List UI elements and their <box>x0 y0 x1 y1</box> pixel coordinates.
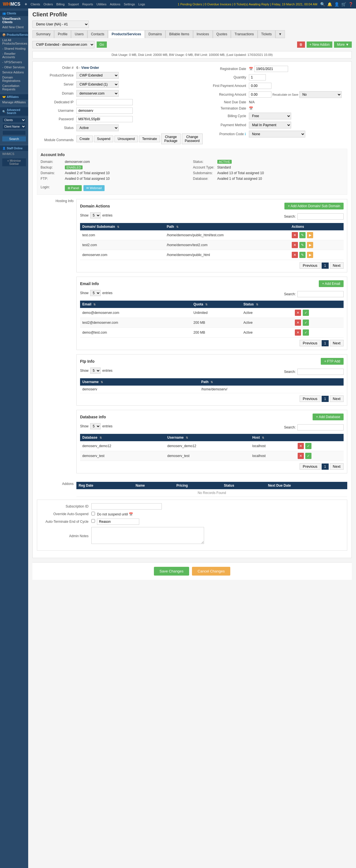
add-database-button[interactable]: + Add Database <box>313 413 344 420</box>
ftp-prev-button[interactable]: Previous <box>299 396 320 402</box>
domain-delete-btn-1[interactable]: ✕ <box>292 242 298 248</box>
sidebar-item-shared-hosting[interactable]: - Shared Hosting <box>0 46 28 51</box>
domain-edit-btn-0[interactable]: ✎ <box>299 232 306 238</box>
override-auto-suspend-checkbox[interactable] <box>91 512 95 516</box>
tab-users[interactable]: Users <box>71 30 87 38</box>
dedicated-ip-input[interactable] <box>76 99 133 105</box>
save-changes-button[interactable]: Save Changes <box>154 567 189 576</box>
email-delete-btn-1[interactable]: ✕ <box>295 319 301 326</box>
client-select[interactable]: Demo User (NA) - #1 <box>32 21 89 28</box>
add-domain-button[interactable]: + Add Addon Domain/ Sub Domain <box>284 203 344 210</box>
recalculate-select[interactable]: No <box>299 91 342 98</box>
email-delete-btn-0[interactable]: ✕ <box>295 310 301 316</box>
add-ftp-button[interactable]: + FTP Add <box>321 358 344 365</box>
sidebar-item-list-all-products[interactable]: List All Products/Services <box>0 37 28 46</box>
cancel-changes-button[interactable]: Cancel Changes <box>192 567 230 576</box>
payment-method-select[interactable]: Mail In Payment <box>249 122 291 128</box>
panel-button[interactable]: ⊞ Panel <box>65 185 82 191</box>
domain-view-btn-1[interactable]: ▶ <box>307 242 313 248</box>
unsuspend-button[interactable]: Unsuspend <box>114 135 138 142</box>
view-order-link[interactable]: View Order <box>81 66 99 70</box>
search-type-select[interactable]: Clients <box>2 117 26 123</box>
domain-prev-button[interactable]: Previous <box>299 262 320 269</box>
tab-quotes[interactable]: Quotes <box>213 30 231 38</box>
sidebar-item-add-new-client[interactable]: Add New Client <box>0 25 28 30</box>
first-payment-input[interactable] <box>249 83 272 89</box>
nav-reports[interactable]: Reports <box>82 3 93 6</box>
product-service-select[interactable]: CWP Extended <box>76 72 119 79</box>
admin-notes-textarea[interactable] <box>91 527 204 544</box>
email-delete-btn-2[interactable]: ✕ <box>295 330 301 336</box>
sidebar-item-other-services[interactable]: - Other Services <box>0 65 28 70</box>
db-edit-btn-0[interactable]: ✓ <box>305 443 312 449</box>
email-search-input[interactable] <box>297 291 344 297</box>
sidebar-item-service-addons[interactable]: Service Addons <box>0 70 28 75</box>
billing-cycle-select[interactable]: Free <box>249 113 291 119</box>
domain-next-button[interactable]: Next <box>330 262 344 269</box>
email-prev-button[interactable]: Previous <box>299 340 320 346</box>
email-edit-btn-0[interactable]: ✓ <box>303 310 309 316</box>
db-delete-btn-0[interactable]: ✕ <box>298 443 304 449</box>
quantity-input[interactable] <box>249 74 266 81</box>
search-button[interactable]: Search <box>2 136 26 142</box>
recurring-input[interactable] <box>249 91 272 98</box>
domain-search-input[interactable] <box>297 213 344 220</box>
nav-billing[interactable]: Billing <box>57 3 65 6</box>
tab-contacts[interactable]: Contacts <box>87 30 108 38</box>
add-email-button[interactable]: + Add Email <box>319 280 344 287</box>
tab-summary[interactable]: Summary <box>32 30 54 38</box>
sidebar-item-domain-registrations[interactable]: Domain Registrations <box>0 75 28 83</box>
domain-delete-btn-0[interactable]: ✕ <box>292 232 298 238</box>
registration-date-input[interactable] <box>254 66 288 72</box>
sidebar-item-reseller-accounts[interactable]: - Reseller Accounts <box>0 51 28 60</box>
service-select[interactable]: CWP Extended - demoserver.com <box>32 41 95 48</box>
auto-terminate-input[interactable] <box>97 519 139 525</box>
sidebar-item-view-search-clients[interactable]: View/Search Clients <box>0 16 28 25</box>
pending-orders-alert[interactable]: 1 Pending Orders <box>178 3 202 6</box>
tab-more[interactable]: ▼ <box>275 30 285 38</box>
search-icon[interactable]: 🔍 <box>320 2 325 6</box>
tab-transactions[interactable]: Transactions <box>231 30 257 38</box>
username-input[interactable] <box>76 107 133 114</box>
cart-icon[interactable]: 🛒 <box>341 2 346 6</box>
search-field-select[interactable]: Client Name <box>2 124 26 129</box>
promo-info-icon[interactable]: ℹ <box>245 132 246 136</box>
nav-utilities[interactable]: Utilities <box>96 3 106 6</box>
domain-entries-select[interactable]: 5 <box>90 212 101 218</box>
search-input[interactable] <box>2 130 26 135</box>
email-edit-btn-2[interactable]: ✓ <box>303 330 309 336</box>
sidebar-item-vps-servers[interactable]: - VPS/Servers <box>0 60 28 65</box>
bell-icon[interactable]: 🔔 <box>327 2 332 6</box>
suspend-button[interactable]: Suspend <box>94 135 113 142</box>
ftp-search-input[interactable] <box>297 369 344 375</box>
nav-clients[interactable]: Clients <box>31 3 40 6</box>
db-next-button[interactable]: Next <box>330 463 344 470</box>
tab-tickets[interactable]: Tickets <box>258 30 276 38</box>
domain-select[interactable]: demoserver.com <box>76 90 119 97</box>
add-addon-button[interactable]: + New Addon <box>307 41 332 48</box>
domain-delete-btn-2[interactable]: ✕ <box>292 252 298 258</box>
db-edit-btn-1[interactable]: ✓ <box>305 453 312 459</box>
server-select[interactable]: CWP Extended (1) <box>76 81 119 88</box>
tab-invoices[interactable]: Invoices <box>193 30 213 38</box>
domain-view-btn-0[interactable]: ▶ <box>307 232 313 238</box>
user-icon[interactable]: 👤 <box>334 2 339 6</box>
nav-orders[interactable]: Orders <box>43 3 53 6</box>
minimise-sidebar-button[interactable]: « Minimise Sidebar <box>2 158 26 166</box>
db-search-input[interactable] <box>297 424 344 431</box>
email-edit-btn-1[interactable]: ✓ <box>303 319 309 326</box>
nav-addons[interactable]: Addons <box>110 3 120 6</box>
password-input[interactable] <box>76 116 133 122</box>
go-button[interactable]: Go <box>97 41 107 48</box>
ftp-next-button[interactable]: Next <box>330 396 344 402</box>
help-icon[interactable]: ❓ <box>348 2 353 6</box>
tab-products-services[interactable]: Products/Services <box>108 30 145 38</box>
create-button[interactable]: Create <box>76 135 93 142</box>
sidebar-item-manage-affiliates[interactable]: Manage Affiliates <box>0 100 28 105</box>
promotion-code-select[interactable]: None <box>249 131 305 137</box>
terminate-button[interactable]: Terminate <box>139 135 160 142</box>
webmail-button[interactable]: ✉ Webmail <box>83 185 105 191</box>
nav-support[interactable]: Support <box>68 3 79 6</box>
tab-profile[interactable]: Profile <box>54 30 71 38</box>
domain-view-btn-2[interactable]: ▶ <box>307 252 313 258</box>
